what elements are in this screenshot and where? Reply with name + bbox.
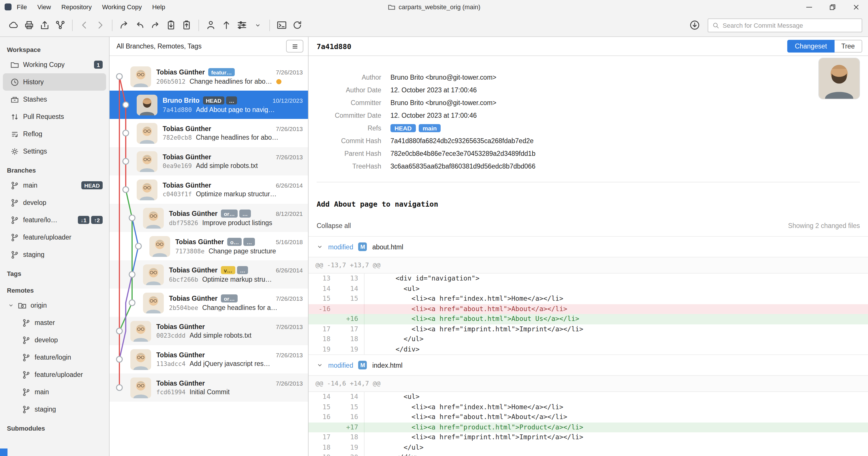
forward-button[interactable] bbox=[92, 17, 108, 33]
sidebar-item-origin[interactable]: origin bbox=[3, 297, 106, 314]
sidebar-item-remote-branch[interactable]: staging bbox=[3, 401, 106, 418]
commit-row[interactable]: Tobias Günther or… 7/26/2013 2b504bee Ch… bbox=[110, 289, 308, 317]
commit-row[interactable]: Tobias Günther 7/26/2013 113adcc4 Add jQ… bbox=[110, 345, 308, 373]
commit-row[interactable]: Tobias Günther 7/26/2013 0ea9e169 Add si… bbox=[110, 147, 308, 175]
new-line-number: 15 bbox=[336, 402, 364, 412]
commit-row[interactable]: Tobias Günther featur… 7/26/2013 206b501… bbox=[110, 62, 308, 91]
old-line-number: 15 bbox=[309, 402, 336, 412]
branch-filter-label[interactable]: All Branches, Remotes, Tags bbox=[117, 43, 286, 50]
commit-row[interactable]: Tobias Günther 7/26/2013 782e0cb8 Change… bbox=[110, 119, 308, 147]
author-value: Bruno Brito <bruno@git-tower.com> bbox=[391, 74, 496, 81]
minimize-button[interactable] bbox=[797, 0, 821, 14]
origin-branches: master develop feature/login fea bbox=[0, 314, 109, 418]
branch-icon bbox=[22, 318, 31, 327]
list-options-button[interactable] bbox=[286, 40, 303, 53]
sidebar-item-remote-branch[interactable]: feature/uploader bbox=[3, 366, 106, 383]
search-input[interactable] bbox=[723, 22, 858, 29]
collapse-all-link[interactable]: Collapse all bbox=[317, 222, 351, 229]
menu-item[interactable]: Working Copy bbox=[97, 0, 147, 14]
diff-file-header[interactable]: modified M about.html bbox=[309, 236, 868, 257]
back-button[interactable] bbox=[77, 17, 92, 33]
fetch-button[interactable] bbox=[6, 17, 21, 33]
new-line-number: 17 bbox=[336, 324, 364, 334]
menu-item[interactable]: Help bbox=[147, 0, 170, 14]
sidebar-item-remote-branch[interactable]: master bbox=[3, 314, 106, 331]
badge: 1 bbox=[94, 61, 103, 69]
commit-row[interactable]: Tobias Günther or…… 8/12/2021 dbf75826 I… bbox=[110, 204, 308, 232]
new-line-number: 14 bbox=[336, 284, 364, 294]
ref-badge[interactable]: HEAD bbox=[391, 124, 416, 132]
sidebar-item-remote-branch[interactable]: develop bbox=[3, 331, 106, 349]
diff-file-header[interactable]: modified M index.html bbox=[309, 354, 868, 375]
merge-button[interactable] bbox=[132, 17, 148, 33]
sidebar-item-remote-branch[interactable]: feature/login bbox=[3, 349, 106, 366]
tree-tab[interactable]: Tree bbox=[835, 40, 862, 53]
sidebar-item-branch[interactable]: main HEAD bbox=[3, 177, 106, 194]
sidebar-item-label: Pull Requests bbox=[23, 113, 99, 120]
sidebar-item-remote-branch[interactable]: main bbox=[3, 383, 106, 401]
export-button[interactable] bbox=[37, 17, 53, 33]
commit-author: Tobias Günther bbox=[156, 351, 205, 359]
sidebar-item-branch[interactable]: develop bbox=[3, 194, 106, 211]
ref-badge[interactable]: main bbox=[419, 124, 441, 132]
old-line-number: 17 bbox=[309, 324, 336, 334]
export-icon bbox=[39, 20, 50, 31]
compare-button[interactable] bbox=[234, 17, 250, 33]
sidebar-item-branch[interactable]: feature/uploader bbox=[3, 229, 106, 246]
sidebar-item-icon bbox=[10, 130, 19, 138]
service-button[interactable] bbox=[53, 17, 68, 33]
close-button[interactable] bbox=[844, 0, 868, 14]
branch-label: feature/uploader bbox=[23, 234, 99, 241]
commit-author: Tobias Günther bbox=[169, 295, 217, 302]
sidebar-item-branch[interactable]: feature/lo… ↓1↑2 bbox=[3, 211, 106, 229]
menu-item[interactable]: Repository bbox=[56, 0, 97, 14]
sidebar-item-branch[interactable]: staging bbox=[3, 246, 106, 263]
sidebar-item-label: Working Copy bbox=[23, 61, 90, 68]
toolbar-separator bbox=[72, 19, 73, 31]
app-icon bbox=[5, 3, 11, 10]
diff-file: modified M index.html @@ -14,6 +14,7 @@ … bbox=[309, 354, 868, 456]
commit-row[interactable]: Tobias Günther 7/26/2013 0023cddd Add si… bbox=[110, 317, 308, 345]
sidebar-item[interactable]: Pull Requests bbox=[3, 108, 106, 125]
rebase-button[interactable] bbox=[148, 17, 163, 33]
push-button[interactable] bbox=[219, 17, 234, 33]
changeset-tab[interactable]: Changeset bbox=[787, 40, 834, 53]
commit-message: Improve product listings bbox=[202, 219, 272, 226]
badge: v… bbox=[221, 266, 235, 274]
sidebar-item[interactable]: Reflog bbox=[3, 125, 106, 143]
new-line-number: 15 bbox=[336, 294, 364, 304]
print-button[interactable] bbox=[21, 17, 37, 33]
commit-row[interactable]: Tobias Günther v…… 6/26/2014 6bcf266b Op… bbox=[110, 260, 308, 289]
commit-row[interactable]: Tobias Günther 7/26/2013 fcd61994 Initia… bbox=[110, 373, 308, 402]
sidebar-item[interactable]: Stashes bbox=[3, 91, 106, 108]
diff-lines: 14 14 <ul> 15 15 <li><a href="index.html… bbox=[309, 392, 868, 456]
stash-apply-button[interactable] bbox=[179, 17, 194, 33]
avatar bbox=[143, 207, 164, 228]
titlebar: FileViewRepositoryWorking CopyHelp carpa… bbox=[0, 0, 868, 14]
restore-button[interactable] bbox=[821, 0, 844, 14]
menu-item[interactable]: File bbox=[11, 0, 32, 14]
refresh-button[interactable] bbox=[289, 17, 305, 33]
badge: or… bbox=[221, 209, 238, 218]
commit-row[interactable]: Bruno Brito HEAD… 10/12/2023 7a41d880 Ad… bbox=[110, 91, 308, 119]
terminal-button[interactable] bbox=[274, 17, 289, 33]
commit-row[interactable]: Tobias Günther o…… 5/16/2018 7173808e Ch… bbox=[110, 232, 308, 260]
menu-item[interactable]: View bbox=[32, 0, 56, 14]
sidebar-item[interactable]: Working Copy 1 bbox=[3, 56, 106, 73]
compare-dropdown[interactable] bbox=[250, 17, 265, 33]
old-line-number bbox=[309, 314, 336, 324]
badge: featur… bbox=[208, 68, 235, 76]
code-text: <li><a href="about.html">About Us</a></l… bbox=[364, 314, 868, 324]
commit-message: Add simple robots.txt bbox=[196, 162, 258, 169]
old-line-number: 13 bbox=[309, 274, 336, 284]
sidebar-item[interactable]: History bbox=[3, 73, 106, 91]
committer-value: Bruno Brito <bruno@git-tower.com> bbox=[391, 99, 496, 106]
commit-button[interactable] bbox=[203, 17, 219, 33]
commit-row[interactable]: Tobias Günther 6/26/2014 c0403f1f Optimi… bbox=[110, 175, 308, 204]
stash-save-button[interactable] bbox=[163, 17, 179, 33]
sidebar-item[interactable]: Settings bbox=[3, 143, 106, 160]
author-date-value: 12. October 2023 at 17:00:46 bbox=[391, 87, 477, 93]
checkout-button[interactable] bbox=[117, 17, 132, 33]
diff-line: 14 14 <ul> bbox=[309, 284, 868, 294]
download-updates-button[interactable] bbox=[687, 17, 703, 33]
